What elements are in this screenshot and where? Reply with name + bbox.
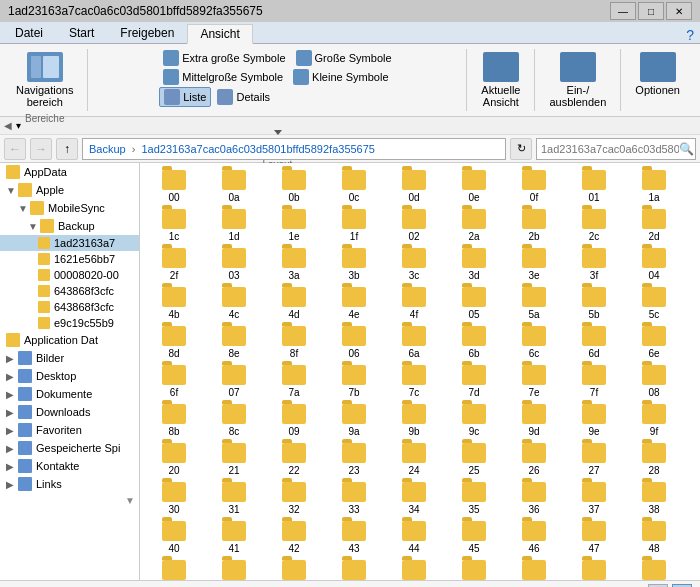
aktuelle-ansicht-btn[interactable]: AktuelleAnsicht <box>475 49 526 111</box>
file-item[interactable]: 33 <box>324 479 384 518</box>
file-item[interactable]: 6a <box>384 323 444 362</box>
file-item[interactable]: 9a <box>324 401 384 440</box>
file-item[interactable]: 8e <box>204 323 264 362</box>
sidebar-item-643868f3b[interactable]: 643868f3cfc <box>0 299 139 315</box>
file-item[interactable]: 3c <box>384 245 444 284</box>
file-item[interactable]: 5b <box>564 284 624 323</box>
status-grid-view-btn[interactable]: ⊞ <box>672 584 692 588</box>
file-item[interactable]: 00 <box>144 167 204 206</box>
file-item[interactable]: 57 <box>564 557 624 580</box>
file-item[interactable]: 51 <box>204 557 264 580</box>
file-item[interactable]: 0b <box>264 167 324 206</box>
file-item[interactable]: 4a <box>684 245 700 284</box>
file-item[interactable]: 31 <box>204 479 264 518</box>
file-item[interactable]: 7f <box>564 362 624 401</box>
file-item[interactable]: 28 <box>624 440 684 479</box>
file-item[interactable]: 8a <box>684 362 700 401</box>
file-item[interactable]: 0e <box>444 167 504 206</box>
kleine-symbole-btn[interactable]: Kleine Symbole <box>289 68 392 86</box>
up-button[interactable]: ↑ <box>56 138 78 160</box>
file-item[interactable]: 2e <box>684 206 700 245</box>
file-item[interactable]: 8d <box>144 323 204 362</box>
file-item[interactable]: 7c <box>384 362 444 401</box>
file-item[interactable]: 38 <box>624 479 684 518</box>
file-item[interactable]: 22 <box>264 440 324 479</box>
sidebar-item-mobilesync[interactable]: ▼ MobileSync <box>0 199 139 217</box>
close-button[interactable]: ✕ <box>666 2 692 20</box>
file-item[interactable]: 6e <box>624 323 684 362</box>
file-item[interactable]: 06 <box>324 323 384 362</box>
sidebar-item-backup[interactable]: ▼ Backup <box>0 217 139 235</box>
file-item[interactable]: 8f <box>264 323 324 362</box>
file-item[interactable]: 40 <box>144 518 204 557</box>
file-item[interactable]: 8b <box>144 401 204 440</box>
sidebar-item-643868f3[interactable]: 643868f3cfc <box>0 283 139 299</box>
sidebar-item-favoriten[interactable]: ▶ Favoriten <box>0 421 139 439</box>
file-item[interactable]: 9f <box>624 401 684 440</box>
file-item[interactable]: 34 <box>384 479 444 518</box>
file-item[interactable]: 6d <box>564 323 624 362</box>
file-item[interactable]: 24 <box>384 440 444 479</box>
liste-btn[interactable]: Liste <box>159 87 211 107</box>
sidebar-item-links[interactable]: ▶ Links <box>0 475 139 493</box>
file-item[interactable]: 2d <box>624 206 684 245</box>
file-item[interactable]: 43 <box>324 518 384 557</box>
file-item[interactable]: 6b <box>444 323 504 362</box>
file-item[interactable]: 1b <box>684 167 700 206</box>
navigationsbereich-button[interactable]: Navigations­bereich <box>10 49 79 111</box>
help-icon[interactable]: ? <box>682 27 698 43</box>
file-item[interactable]: 9d <box>504 401 564 440</box>
forward-button[interactable]: → <box>30 138 52 160</box>
file-item[interactable]: 3a <box>264 245 324 284</box>
file-item[interactable]: 7a <box>264 362 324 401</box>
file-item[interactable]: 3f <box>564 245 624 284</box>
file-item[interactable]: 27 <box>564 440 624 479</box>
sidebar-item-00008020[interactable]: 00008020-00 <box>0 267 139 283</box>
file-item[interactable]: 6c <box>504 323 564 362</box>
file-item[interactable]: 39 <box>684 479 700 518</box>
file-item[interactable]: 20 <box>144 440 204 479</box>
file-item[interactable]: 32 <box>264 479 324 518</box>
sidebar-item-kontakte[interactable]: ▶ Kontakte <box>0 457 139 475</box>
file-item[interactable]: 0d <box>384 167 444 206</box>
ein-ausblenden-btn[interactable]: Ein-/ausblenden <box>543 49 612 111</box>
search-input[interactable] <box>541 143 679 155</box>
status-list-view-btn[interactable]: ☰ <box>648 584 668 588</box>
search-bar[interactable]: 🔍 <box>536 138 696 160</box>
file-item[interactable]: 9e <box>564 401 624 440</box>
file-item[interactable]: 25 <box>444 440 504 479</box>
file-item[interactable]: 36 <box>504 479 564 518</box>
file-item[interactable]: 4e <box>324 284 384 323</box>
file-item[interactable]: 44 <box>384 518 444 557</box>
tab-start[interactable]: Start <box>56 23 107 43</box>
file-item[interactable]: 8c <box>204 401 264 440</box>
file-item[interactable]: 53 <box>324 557 384 580</box>
file-item[interactable]: 41 <box>204 518 264 557</box>
refresh-button[interactable]: ↻ <box>510 138 532 160</box>
file-item[interactable]: 58 <box>624 557 684 580</box>
file-item[interactable]: 30 <box>144 479 204 518</box>
file-item[interactable]: 59 <box>684 557 700 580</box>
sidebar-item-gespeicherte-spi[interactable]: ▶ Gespeicherte Spi <box>0 439 139 457</box>
file-item[interactable]: 55 <box>444 557 504 580</box>
file-item[interactable]: 5a <box>504 284 564 323</box>
file-item[interactable]: 46 <box>504 518 564 557</box>
file-item[interactable]: 50 <box>144 557 204 580</box>
sidebar-item-1ad23163[interactable]: 1ad23163a7 <box>0 235 139 251</box>
file-item[interactable]: 47 <box>564 518 624 557</box>
file-item[interactable]: 23 <box>324 440 384 479</box>
file-item[interactable]: 1f <box>324 206 384 245</box>
file-item[interactable]: 9c <box>444 401 504 440</box>
file-item[interactable]: 03 <box>204 245 264 284</box>
file-item[interactable]: 5d <box>684 284 700 323</box>
file-item[interactable]: 6f <box>144 362 204 401</box>
file-item[interactable]: 3d <box>444 245 504 284</box>
grosse-symbole-btn[interactable]: Große Symbole <box>292 49 396 67</box>
sidebar-item-bilder[interactable]: ▶ Bilder <box>0 349 139 367</box>
file-item[interactable]: 1a <box>624 167 684 206</box>
file-item[interactable]: 08 <box>624 362 684 401</box>
sidebar-item-downloads[interactable]: ▶ Downloads <box>0 403 139 421</box>
file-item[interactable]: 3e <box>504 245 564 284</box>
file-item[interactable]: 52 <box>264 557 324 580</box>
file-item[interactable]: 4c <box>204 284 264 323</box>
